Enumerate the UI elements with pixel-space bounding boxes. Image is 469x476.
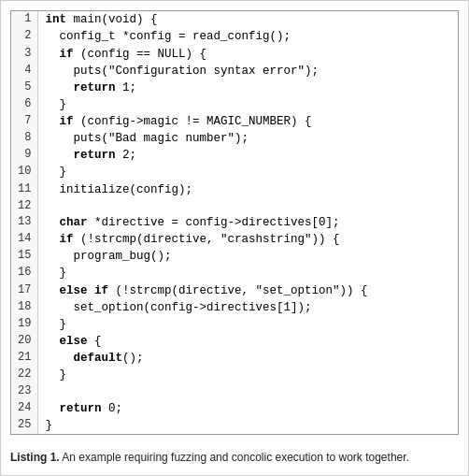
line-code: return 0; [37,400,458,417]
line-code: else { [37,333,458,350]
table-row: 14 if (!strcmp(directive, "crashstring")… [11,231,458,248]
table-row: 4 puts("Configuration syntax error"); [11,63,458,79]
line-code: set_option(config->directives[1]); [37,299,458,316]
table-row: 7 if (config->magic != MAGIC_NUMBER) { [11,113,458,130]
table-row: 13 char *directive = config->directives[… [11,214,458,231]
code-table: 1int main(void) {2 config_t *config = re… [11,11,458,434]
line-code: if (!strcmp(directive, "crashstring")) { [37,231,458,248]
table-row: 25} [11,417,458,434]
table-row: 15 program_bug(); [11,248,458,265]
line-code: return 2; [37,147,458,164]
line-code: config_t *config = read_config(); [37,28,458,45]
caption: Listing 1. An example requiring fuzzing … [1,444,468,475]
table-row: 21 default(); [11,350,458,367]
line-number: 13 [11,214,37,231]
table-row: 19 } [11,316,458,333]
table-row: 18 set_option(config->directives[1]); [11,299,458,316]
line-number: 8 [11,130,37,147]
line-code: program_bug(); [37,248,458,265]
line-number: 23 [11,383,37,399]
line-code: default(); [37,350,458,367]
line-number: 22 [11,367,37,383]
line-code: initialize(config); [37,181,458,198]
line-number: 1 [11,11,37,28]
table-row: 5 return 1; [11,79,458,96]
table-row: 9 return 2; [11,147,458,164]
line-code: } [37,164,458,180]
line-number: 15 [11,248,37,265]
line-code: char *directive = config->directives[0]; [37,214,458,231]
line-code: if (config->magic != MAGIC_NUMBER) { [37,113,458,130]
line-number: 7 [11,113,37,130]
line-number: 12 [11,198,37,214]
line-code: } [37,265,458,281]
table-row: 8 puts("Bad magic number"); [11,130,458,147]
table-row: 20 else { [11,333,458,350]
caption-label: Listing 1. [10,451,60,464]
line-number: 20 [11,333,37,350]
line-number: 6 [11,96,37,113]
line-number: 21 [11,350,37,367]
line-code: } [37,417,458,434]
line-number: 11 [11,181,37,198]
main-container: 1int main(void) {2 config_t *config = re… [0,0,469,475]
line-code: return 1; [37,79,458,96]
table-row: 2 config_t *config = read_config(); [11,28,458,45]
line-number: 18 [11,299,37,316]
table-row: 11 initialize(config); [11,181,458,198]
caption-text: An example requiring fuzzing and concoli… [60,451,409,464]
table-row: 24 return 0; [11,400,458,417]
line-number: 16 [11,265,37,281]
table-row: 23 [11,383,458,399]
line-number: 2 [11,28,37,45]
line-code: } [37,96,458,113]
line-code: else if (!strcmp(directive, "set_option"… [37,282,458,299]
line-number: 24 [11,400,37,417]
line-number: 17 [11,282,37,299]
line-code: } [37,367,458,383]
table-row: 3 if (config == NULL) { [11,46,458,63]
line-code: if (config == NULL) { [37,46,458,63]
line-number: 10 [11,164,37,180]
line-code: } [37,316,458,333]
table-row: 10 } [11,164,458,180]
line-number: 4 [11,63,37,79]
table-row: 17 else if (!strcmp(directive, "set_opti… [11,282,458,299]
line-code: int main(void) { [37,11,458,28]
line-number: 3 [11,46,37,63]
code-block: 1int main(void) {2 config_t *config = re… [10,10,459,435]
line-number: 5 [11,79,37,96]
line-code: puts("Bad magic number"); [37,130,458,147]
table-row: 6 } [11,96,458,113]
line-code: puts("Configuration syntax error"); [37,63,458,79]
line-number: 9 [11,147,37,164]
line-code [37,198,458,214]
line-number: 14 [11,231,37,248]
table-row: 16 } [11,265,458,281]
table-row: 1int main(void) { [11,11,458,28]
line-number: 25 [11,417,37,434]
table-row: 12 [11,198,458,214]
table-row: 22 } [11,367,458,383]
line-code [37,383,458,399]
line-number: 19 [11,316,37,333]
